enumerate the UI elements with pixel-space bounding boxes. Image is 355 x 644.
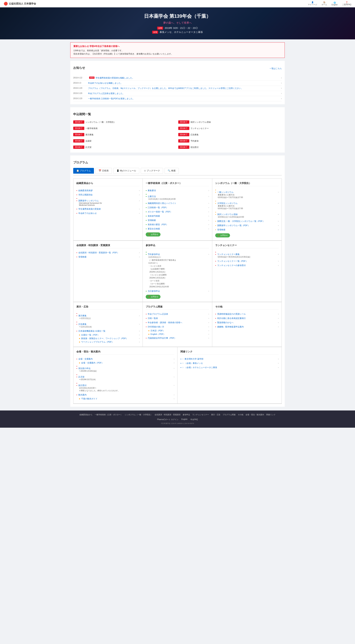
general-link-9[interactable]: 要旨全文検索 › [146,227,209,231]
general-link-text-3: 掲載期間内切り替えハイライト [148,202,176,205]
venue-link-4[interactable]: ● 前日受付 › 12月10日(月)15:00〜※満室となりました。締切らせてい… [76,382,174,393]
program-related-link-5[interactable]: 代議員総会等学会行事（PDF） › [146,336,209,340]
program-tabs: 📋 プログラム 📅 日程表 📱 Myスケジュール ☆ ブックマーク 🔍 検索 [73,168,282,176]
exhibition-link-2[interactable]: ● 広告募集 › 〜12月12日(水) [76,320,140,329]
news-text-3[interactable]: プログラム（プログラム、日程表、Myスケジュール、ブックマーク）を公開しました。… [88,87,281,90]
symposium-link-3[interactable]: ● 採択シンポジウム登録 › 10月9日(火)〜11月9日(金)14:00 [215,210,279,219]
program-section-title: プログラム [73,158,282,166]
news-text-1[interactable]: 学生優秀発表賞の受賞者を掲載しました。 [96,76,281,79]
program-related-link-4[interactable]: DVD登録の使い方 › [146,325,209,329]
schedule-item-1: 受付終了 シンポジウム（一般・大学院生） [73,120,177,124]
footer-link-8[interactable]: プログラム関連 [222,414,236,416]
header-logo[interactable]: 🔴 公益社団法人 日本薬学会 [4,2,36,6]
general-link-3[interactable]: 掲載期間内切り替えハイライト › [146,201,209,206]
lunch-link-2[interactable]: ランチョンセミナー一覧（PDF） › [215,259,279,263]
english-label: English [332,4,338,6]
committee-link-2[interactable]: 市民公開講演会 › [76,193,140,197]
venue-sub-link-2[interactable]: 千葉の観光ガイド › [76,397,174,400]
program-related-link-2[interactable]: 日程一覧表 › [146,316,209,320]
footer-link-6[interactable]: ランチョンセミナー [192,414,209,416]
arrow-4: › [139,208,140,210]
exhibition-link-1[interactable]: ● 展示募集 › 〜12月1日(土) [76,312,140,320]
nav-english[interactable]: 🌐 English [332,2,338,6]
tab-schedule[interactable]: 📅 日程表 [96,168,112,174]
footer-link-5[interactable]: 参加申込 [183,414,190,416]
footer-english[interactable]: English [182,418,188,421]
program-related-sub-1[interactable]: 日本語（PDF） › [146,329,209,332]
footer-link-11[interactable]: 関連リンク [266,414,276,416]
related-link-2[interactable]: □ （会場）幕張メッセ › [180,361,279,365]
nav-mypage[interactable]: 👤 マイページ [308,1,317,6]
participation-help-btn[interactable]: ❓ お問合せ [146,295,160,299]
nav-faq[interactable]: ❓ ご質問FAQ [342,1,351,6]
committee-link-3[interactable]: ● 国際薬学シンポジウム › International Symposium f… [76,197,140,207]
nav-home[interactable]: 🏠 ホーム [322,1,327,6]
footer-link-9[interactable]: その他 [238,414,243,416]
tab-search[interactable]: 🔍 検索 [164,168,178,174]
arrow-5: › [139,212,140,214]
venue-link-3[interactable]: ● 託児室 › 〜2019年3月7日(木) [76,373,174,382]
venue-sub-link-1[interactable]: 会場・交通案内（PDF） › [76,361,174,364]
others-link-3[interactable]: 緊急情報のかなへ › [215,320,279,325]
committee-link-5[interactable]: 年会終了のお知らせ › [76,211,140,216]
committee-link-text-3: 国際薬学シンポジウム [78,199,99,202]
program-related-link-3[interactable]: 年会参加者・講演者・発表者の皆様へ › [146,320,209,325]
general-link-5[interactable]: ポスター発表一覧（PDF） › [146,210,209,214]
others-link-4[interactable]: 婚姻物、配布物返還申込案内 › [215,325,279,329]
venue-link-2[interactable]: ● 宿泊室の申込 › 〜2019年1月18日(金) [76,364,174,373]
footer-link-3[interactable]: シンポジウム（一般・大学院生） [124,414,152,416]
general-link-4[interactable]: 口演発表一覧（PDF） › [146,206,209,210]
committee-link-4[interactable]: 学生優秀発表賞の受賞者 › [76,207,140,211]
exhibition-sub-link-3[interactable]: ワークショッププログラム（PDF） › [76,340,140,344]
lectures-link-2[interactable]: 登壇検索 › [76,255,140,259]
venue-link-1[interactable]: 会場・交通案内 › [76,357,174,361]
participation-link-1[interactable]: ● 予約参加申込 › 11月24日(土)〜 （一般学術発表受付完了報告者は 11… [146,250,209,289]
footer-link-1[interactable]: 組織委員会から [80,414,92,416]
footer-link-10[interactable]: 会場・宿泊・観光案内 [246,414,264,416]
general-link-1[interactable]: 募集要項 › [146,188,209,193]
related-link-1[interactable]: □ 東京理科大学 薬学部 › [180,357,279,361]
exhibition-sub-link-2[interactable]: 新規薬・新製品セミナー、ワークショップ（PDF） › [76,337,140,340]
news-text-4[interactable]: 年会プログラム正誤表を更新しました。 [88,92,281,95]
symposium-link-1[interactable]: ● 一般シンポジウム › 募集要項と公募方法6月8日(金)〜7月27日(金)17… [215,188,279,200]
symposium-link-4[interactable]: 国際交流 一般・大学院生シンポジウム一覧（PDF） › [215,219,279,223]
program-related-link-1[interactable]: 年会プログラム正誤表 › [146,312,209,316]
tab-bookmark[interactable]: ☆ ブックマーク [141,168,163,174]
news-text-5[interactable]: 一般学術発表 口演発表一覧(PDF)を更新しました。 [88,97,281,100]
lunch-link-3[interactable]: ランチョンセミナーの参加受付 › [215,263,279,268]
venue-link-5[interactable]: 観光案内 › [76,393,174,397]
tab-myschedule[interactable]: 📱 Myスケジュール [113,168,139,174]
symposium-link-5[interactable]: 国際薬学シンポジウム一覧（PDF） › [215,223,279,228]
news-date-2: 2019.4.3 [73,82,88,84]
sym-arrow-4: › [278,220,279,222]
general-link-2[interactable]: ● 公募方法 › 11月1日(木)〜11月29日(木)14:00 [146,193,209,201]
news-date-4: 2019.3.20 [73,92,88,94]
symposium-link-2[interactable]: ● 大学院生シンポジウム › 募集要項と公募方法6月8日(金)〜7月27日(金)… [215,200,279,210]
footer-pharmucport[interactable]: PharmuCポート ログイン [157,418,178,421]
footer-faq[interactable]: 年会FAQ [190,418,198,421]
committee-link-1[interactable]: 組織委員長挨拶 › [76,188,140,193]
exhibition-sub-link-1[interactable]: 出展社一覧（PDF） › [76,333,140,337]
footer-link-7[interactable]: 展示・広告 [211,414,220,416]
others-link-2[interactable]: 特許出願に係る発表認定書発行 › [215,316,279,320]
lectures-link-1[interactable]: 会頭講演・特別講演・受賞講演一覧（PDF） › [76,250,140,255]
others-link-1[interactable]: 受講時研修認定のの受講シール › [215,312,279,316]
news-more-link[interactable]: 一覧はこちら [270,67,282,70]
news-text-2[interactable]: 年会終了のお知らせを掲載しました。 [88,82,281,84]
general-help-btn[interactable]: ❓ お問合せ [146,232,160,236]
footer-link-2[interactable]: 一般学術発表（口演・ポスター） [95,414,122,416]
schedule-badge-9: 受付終了 [73,146,84,149]
general-link-8[interactable]: 発表者の要旨（PDF） › [146,222,209,227]
exhibition-link-3[interactable]: 日本薬材機器展会 出展社一覧 › [76,329,140,333]
general-link-7[interactable]: 登壇検索 › [146,218,209,222]
tab-program[interactable]: 📋 プログラム [73,168,94,174]
venue-link-text-1: 会場・交通案内 [78,358,93,360]
participation-link-2[interactable]: 当日参加申込 › [146,289,209,293]
symposium-help-btn[interactable]: ❓ お問合せ [215,233,230,238]
program-related-sub-2[interactable]: English（PDF） › [146,332,209,336]
lunch-link-1[interactable]: ● ランチョンセミナー募集 › 6月8日(金)〜40月34日(木)11月30日(… [215,250,279,259]
related-link-3[interactable]: □ （会場）ホテルニューオータニ幕張 › [180,365,279,370]
general-link-6[interactable]: 発表者号検索 › [146,214,209,218]
footer-link-4[interactable]: 会頭講演・特別講演・受賞講演 [154,414,180,416]
symposium-link-6[interactable]: 登壇検索 › [215,228,279,232]
